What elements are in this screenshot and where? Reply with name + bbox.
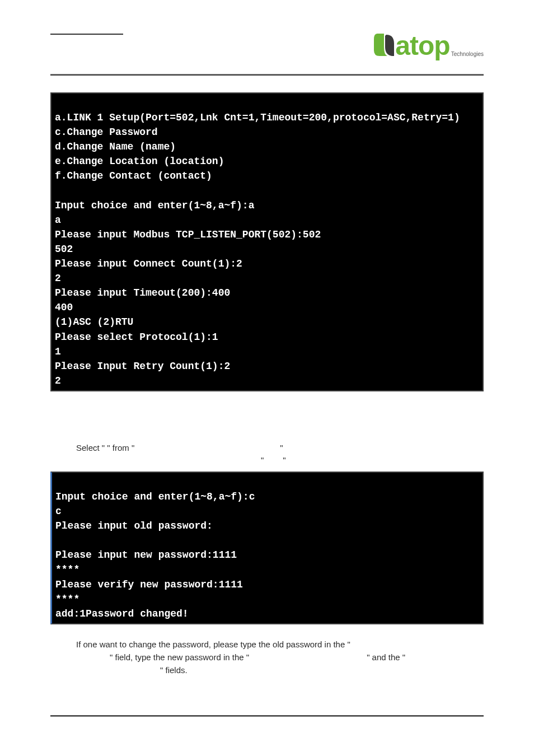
- terminal-line: a.LINK 1 Setup(Port=502,Lnk Cnt=1,Timeou…: [55, 112, 460, 123]
- terminal-line: Please Input Retry Count(1):2: [55, 361, 230, 372]
- text-fragment: " from ": [107, 443, 134, 452]
- text-fragment: If one want to change the password, plea…: [76, 640, 350, 649]
- text-fragment: Select ": [76, 443, 105, 452]
- terminal-line: Input choice and enter(1~8,a~f):a: [55, 200, 254, 211]
- terminal-line: a: [55, 214, 61, 226]
- instruction-paragraph-2: If one want to change the password, plea…: [76, 638, 472, 677]
- instruction-paragraph-1: Select " " from "" "": [76, 442, 472, 467]
- text-fragment: " field, type the new password in the ": [110, 652, 249, 662]
- terminal-line: c.Change Password: [55, 127, 158, 138]
- terminal-line: 502: [55, 244, 73, 255]
- terminal-line: e.Change Location (location): [55, 156, 224, 167]
- terminal-line: ****: [55, 594, 79, 605]
- header-underline: [50, 34, 123, 35]
- terminal-line: 1: [55, 346, 61, 357]
- terminal-block-2: Input choice and enter(1~8,a~f):c c Plea…: [50, 472, 484, 624]
- terminal-line: Please input new password:1111: [55, 549, 237, 561]
- text-fragment: ": [261, 455, 264, 465]
- terminal-line: Please input Modbus TCP_LISTEN_PORT(502)…: [55, 229, 321, 240]
- terminal-line: Please input Timeout(200):400: [55, 287, 230, 298]
- terminal-line: Please input Connect Count(1):2: [55, 258, 242, 269]
- footer-separator: [50, 715, 484, 717]
- terminal-line: 2: [55, 375, 61, 386]
- logo-icon: [373, 32, 395, 59]
- text-fragment: " and the ": [367, 652, 405, 662]
- terminal-line: d.Change Name (name): [55, 141, 176, 152]
- header-separator: [50, 74, 484, 76]
- terminal-line: Please input old password:: [55, 520, 213, 531]
- terminal-line: Input choice and enter(1~8,a~f):c: [55, 491, 255, 502]
- text-fragment: ": [280, 443, 283, 452]
- text-fragment: " fields.: [160, 665, 188, 675]
- terminal-line: 400: [55, 302, 73, 313]
- terminal-line: add:1Password changed!: [55, 608, 189, 619]
- terminal-line: ****: [55, 564, 79, 575]
- terminal-line: Please select Protocol(1):1: [55, 332, 218, 343]
- logo-subtext: Technologies: [451, 51, 484, 57]
- terminal-line: (1)ASC (2)RTU: [55, 316, 133, 328]
- terminal-line: c: [55, 506, 62, 517]
- terminal-line: Please verify new password:1111: [55, 579, 243, 590]
- terminal-block-1: a.LINK 1 Setup(Port=502,Lnk Cnt=1,Timeou…: [50, 92, 484, 391]
- terminal-line: f.Change Contact (contact): [55, 170, 212, 181]
- terminal-line: 2: [55, 273, 61, 284]
- logo-text: atop: [395, 32, 449, 59]
- brand-logo: atop Technologies: [373, 32, 484, 59]
- text-fragment: ": [283, 455, 285, 465]
